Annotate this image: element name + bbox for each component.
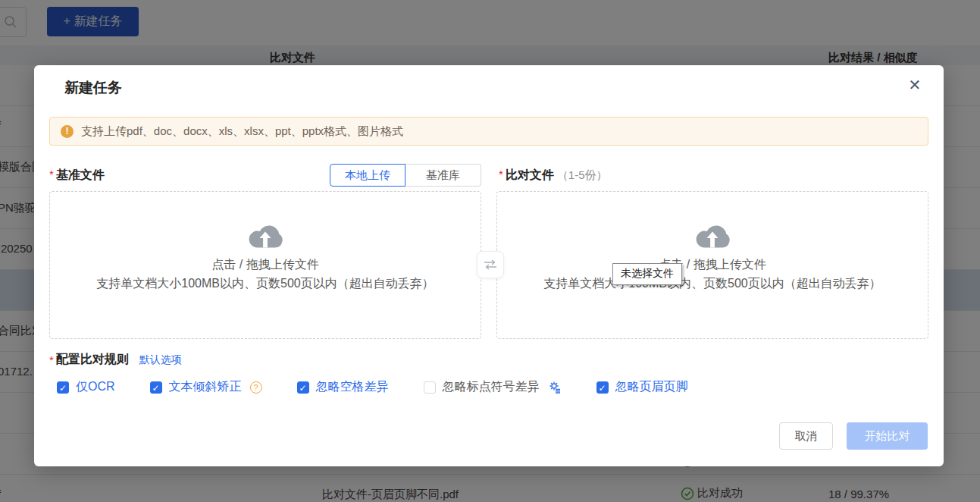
- checkbox-checked-icon[interactable]: ✓: [596, 381, 609, 394]
- rule-options: ✓ 仅OCR ✓ 文本倾斜矫正 ? ✓ 忽略空格差异 忽略标点符号差异 ✓: [57, 379, 688, 395]
- option-label: 忽略标点符号差异: [443, 379, 540, 395]
- checkbox-checked-icon[interactable]: ✓: [57, 381, 69, 394]
- rules-section: *配置比对规则 默认选项: [49, 352, 182, 368]
- checkbox-text-skew-correction[interactable]: ✓ 文本倾斜矫正 ?: [150, 379, 262, 395]
- tab-base-library[interactable]: 基准库: [405, 164, 481, 187]
- checkbox-ocr-only[interactable]: ✓ 仅OCR: [57, 379, 115, 395]
- checkbox-unchecked-icon[interactable]: [424, 381, 436, 394]
- base-file-dropzone[interactable]: 点击 / 拖拽上传文件 支持单文档大小100MB以内、页数500页以内（超出自动…: [49, 191, 481, 339]
- close-icon[interactable]: ✕: [904, 74, 925, 96]
- checkbox-checked-icon[interactable]: ✓: [297, 381, 309, 394]
- compare-file-section-label: *比对文件（1-5份）: [499, 168, 608, 184]
- base-file-source-tabs: 本地上传 基准库: [330, 164, 481, 187]
- modal-footer: 取消 开始比对: [779, 422, 928, 450]
- modal-title: 新建任务: [64, 78, 122, 98]
- option-label: 忽略页眉页脚: [615, 379, 688, 395]
- start-compare-button[interactable]: 开始比对: [847, 422, 928, 450]
- checkbox-ignore-header-footer[interactable]: ✓ 忽略页眉页脚: [596, 379, 688, 395]
- cancel-button[interactable]: 取消: [779, 422, 833, 450]
- compare-file-label: 比对文件: [506, 168, 554, 181]
- tab-local-upload[interactable]: 本地上传: [330, 164, 405, 187]
- swap-files-button[interactable]: [477, 251, 504, 278]
- dropzone-hint-line1: 点击 / 拖拽上传文件: [211, 257, 318, 273]
- upload-cloud-icon: [694, 222, 731, 251]
- checkbox-ignore-spaces[interactable]: ✓ 忽略空格差异: [297, 379, 389, 395]
- option-label: 仅OCR: [76, 379, 115, 395]
- required-mark: *: [49, 168, 54, 180]
- required-mark: *: [49, 353, 54, 366]
- option-label: 文本倾斜矫正: [169, 379, 242, 395]
- rules-label: 配置比对规则: [56, 352, 129, 368]
- compare-file-dropzone[interactable]: 点击 / 拖拽上传文件 支持单文档大小100MB以内、页数500页以内（超出自动…: [496, 191, 928, 339]
- base-file-label: 基准文件: [56, 168, 105, 181]
- checkbox-checked-icon[interactable]: ✓: [150, 381, 162, 394]
- upload-cloud-icon: [247, 222, 283, 251]
- format-alert-banner: ! 支持上传pdf、doc、docx、xls、xlsx、ppt、pptx格式、图…: [49, 117, 928, 146]
- required-mark: *: [499, 168, 503, 180]
- base-file-section-label: *基准文件: [49, 168, 105, 184]
- alert-text: 支持上传pdf、doc、docx、xls、xlsx、ppt、pptx格式、图片格…: [81, 124, 403, 139]
- dropzone-hint-line2: 支持单文档大小100MB以内、页数500页以内（超出自动丢弃）: [543, 276, 881, 292]
- dropzone-hint-line2: 支持单文档大小100MB以内、页数500页以内（超出自动丢弃）: [96, 276, 434, 292]
- default-options-link[interactable]: 默认选项: [139, 353, 182, 367]
- no-file-selected-tooltip: 未选择文件: [612, 263, 682, 285]
- question-help-icon[interactable]: ?: [250, 381, 262, 394]
- checkbox-ignore-punctuation[interactable]: 忽略标点符号差异: [424, 379, 562, 395]
- swap-arrows-icon: [483, 259, 498, 271]
- warning-icon: !: [61, 125, 74, 138]
- new-task-modal: 新建任务 ✕ ! 支持上传pdf、doc、docx、xls、xlsx、ppt、p…: [34, 65, 944, 466]
- option-label: 忽略空格差异: [316, 379, 389, 395]
- gear-settings-icon[interactable]: [548, 381, 562, 394]
- compare-file-hint: （1-5份）: [557, 168, 608, 181]
